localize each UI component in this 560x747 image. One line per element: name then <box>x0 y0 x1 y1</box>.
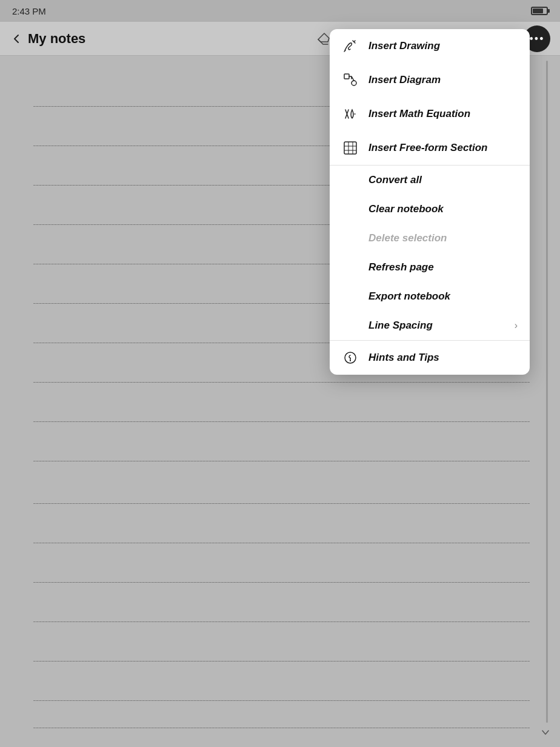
menu-item-line-spacing[interactable]: Line Spacing › <box>356 311 530 340</box>
notebook-line <box>33 700 530 701</box>
menu-item-hints-tips[interactable]: Hints and Tips <box>330 341 530 375</box>
page-title: My notes <box>28 31 85 47</box>
insert-drawing-icon <box>342 38 359 55</box>
refresh-page-label: Refresh page <box>368 261 518 273</box>
notebook-line <box>33 661 530 662</box>
line-spacing-label: Line Spacing <box>368 320 505 332</box>
menu-item-export-notebook[interactable]: Export notebook <box>356 282 530 311</box>
notebook-line <box>33 382 530 383</box>
insert-drawing-label: Insert Drawing <box>368 40 518 52</box>
status-bar: 2:43 PM <box>0 0 560 22</box>
insert-math-label: Insert Math Equation <box>368 108 518 120</box>
notebook-line <box>33 503 530 504</box>
hints-tips-label: Hints and Tips <box>368 352 518 364</box>
insert-freeform-label: Insert Free-form Section <box>368 142 518 154</box>
svg-point-3 <box>352 81 356 85</box>
chevron-down-icon <box>539 726 552 739</box>
export-notebook-label: Export notebook <box>368 290 518 303</box>
dropdown-menu: Insert Drawing Insert Diagram Insert M <box>330 29 530 375</box>
insert-diagram-label: Insert Diagram <box>368 74 518 86</box>
scrollbar-area <box>530 56 560 747</box>
svg-rect-2 <box>344 74 349 79</box>
battery-icon <box>531 7 548 15</box>
hints-tips-icon <box>342 349 359 366</box>
notebook-line <box>33 582 530 583</box>
menu-item-insert-freeform[interactable]: Insert Free-form Section <box>330 131 530 165</box>
svg-rect-4 <box>344 142 356 154</box>
insert-diagram-icon <box>342 72 359 89</box>
scrollbar-track <box>546 61 548 723</box>
menu-item-insert-diagram[interactable]: Insert Diagram <box>330 63 530 97</box>
menu-item-refresh-page[interactable]: Refresh page <box>356 253 530 282</box>
menu-section-insert: Insert Drawing Insert Diagram Insert M <box>330 29 530 166</box>
menu-item-delete-selection[interactable]: Delete selection <box>356 224 530 253</box>
menu-section-hints: Hints and Tips <box>330 341 530 375</box>
notebook-line <box>33 421 530 422</box>
notebook-line <box>33 728 530 728</box>
clear-notebook-label: Clear notebook <box>368 203 518 215</box>
menu-section-actions: Convert all Clear notebook Delete select… <box>330 166 530 341</box>
back-button[interactable]: My notes <box>10 31 85 47</box>
menu-item-insert-drawing[interactable]: Insert Drawing <box>330 29 530 63</box>
notebook-line <box>33 543 530 543</box>
menu-item-insert-math[interactable]: Insert Math Equation <box>330 97 530 131</box>
insert-math-icon <box>342 106 359 122</box>
scroll-down-button[interactable] <box>536 723 555 742</box>
status-time: 2:43 PM <box>12 6 46 16</box>
line-spacing-chevron-icon: › <box>515 320 518 331</box>
delete-selection-label: Delete selection <box>368 232 518 244</box>
menu-item-clear-notebook[interactable]: Clear notebook <box>356 195 530 224</box>
notebook-line <box>33 461 530 461</box>
more-dots-icon: ••• <box>530 33 545 44</box>
back-icon <box>10 32 23 45</box>
convert-all-label: Convert all <box>368 174 518 186</box>
notebook-line <box>33 621 530 622</box>
insert-freeform-icon <box>342 139 359 156</box>
toolbar-left: My notes <box>10 31 312 47</box>
status-battery <box>531 7 548 15</box>
menu-item-convert-all[interactable]: Convert all <box>356 166 530 195</box>
